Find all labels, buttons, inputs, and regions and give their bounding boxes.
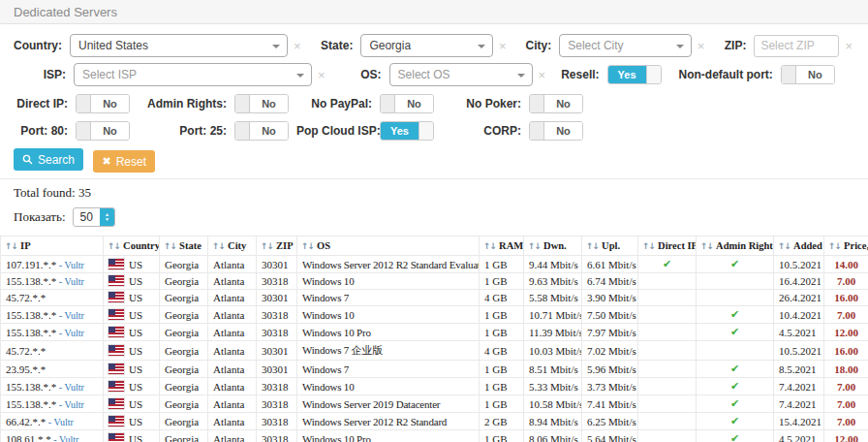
sort-icon: ↑↓ (700, 241, 713, 251)
isp-link[interactable]: - Vultr (51, 434, 79, 442)
ip-cell: 108.61.*.* - Vultr (1, 430, 104, 442)
country-clear-icon[interactable]: × (294, 40, 301, 52)
us-flag-icon (108, 381, 124, 392)
sort-icon: ↑↓ (301, 241, 314, 251)
admin-rights-check-icon: ✔ (730, 363, 739, 375)
isp-link[interactable]: - Vultr (56, 276, 84, 287)
admin-rights-label: Admin Rights: (138, 97, 227, 110)
down-speed-cell: 8.06 Mbit/s (524, 430, 582, 442)
os-cell: Windows 7 (297, 361, 480, 378)
port-25-toggle[interactable]: No (234, 121, 289, 141)
port-80-toggle[interactable]: No (76, 121, 130, 141)
added-date-cell: 15.4.2021 (774, 413, 824, 430)
spinner-down-icon[interactable]: ▼ (105, 217, 109, 222)
table-row: 108.61.*.* - VultrUSGeorgiaAtlanta30318W… (1, 430, 868, 442)
search-button[interactable]: Search (14, 148, 83, 171)
sort-icon: ↑↓ (261, 241, 273, 251)
zip-input[interactable] (754, 35, 839, 57)
no-poker-toggle[interactable]: No (529, 94, 583, 113)
isp-link[interactable]: - Vultr (56, 399, 84, 410)
col-label: State (179, 240, 202, 251)
filter-toggle-grid: Direct IP: No Admin Rights: No No PayPal… (14, 94, 854, 141)
up-speed-cell: 6.25 Mbit/s (582, 413, 638, 430)
toggle-value: No (796, 66, 834, 83)
zip-clear-icon[interactable]: × (845, 40, 852, 52)
os-label: OS: (341, 68, 382, 81)
os-clear-icon[interactable]: × (539, 69, 546, 81)
resell-toggle[interactable]: Yes (607, 65, 662, 84)
per-page-spinner[interactable]: 50 ▲ ▼ (73, 207, 115, 227)
country-cell: US (104, 290, 160, 306)
isp-link[interactable]: - Vultr (56, 328, 84, 338)
price-cell: 16.00 (824, 341, 868, 361)
isp-link[interactable]: - Vultr (56, 260, 84, 270)
ram-cell: 1 GB (480, 361, 524, 378)
direct-ip-toggle[interactable]: No (76, 94, 130, 113)
per-page-row: Показать: 50 ▲ ▼ (14, 207, 854, 227)
col-header-zip[interactable]: ↑↓ZIP (257, 237, 297, 256)
down-speed-cell: 9.44 Mbit/s (524, 256, 582, 273)
direct-ip-cell (638, 430, 697, 442)
col-header-city[interactable]: ↑↓City (208, 237, 257, 256)
corp-toggle[interactable]: No (529, 121, 583, 141)
no-paypal-toggle[interactable]: No (380, 94, 434, 113)
country-cell: US (104, 361, 160, 378)
col-label: RAM (499, 240, 523, 251)
added-date-cell: 10.5.2021 (774, 341, 824, 361)
country-select[interactable]: United States (70, 34, 288, 57)
table-row: 23.95.*.*USGeorgiaAtlanta30301Windows 71… (1, 361, 868, 378)
direct-ip-cell (638, 413, 697, 430)
non-default-port-toggle[interactable]: No (781, 65, 835, 84)
isp-link[interactable]: - Vultr (46, 417, 74, 427)
state-cell: Georgia (160, 256, 208, 273)
ip-address: 155.138.*.* (6, 327, 56, 338)
price-cell: 18.00 (824, 361, 868, 378)
zip-cell: 30318 (257, 273, 297, 290)
state-label: State: (317, 39, 354, 52)
col-header-state[interactable]: ↑↓State (160, 237, 208, 256)
reset-button[interactable]: ✖ Reset (93, 150, 155, 173)
col-header-ip[interactable]: ↑↓IP (1, 237, 104, 256)
isp-link[interactable]: - Vultr (56, 382, 84, 393)
col-header-down[interactable]: ↑↓Dwn. (524, 237, 582, 256)
isp-clear-icon[interactable]: × (318, 69, 326, 81)
col-header-up[interactable]: ↑↓Upl. (582, 237, 638, 256)
city-select[interactable]: Select City (559, 34, 692, 57)
city-cell: Atlanta (208, 395, 257, 413)
state-select[interactable]: Georgia (360, 34, 493, 57)
col-header-os[interactable]: ↑↓OS (297, 237, 480, 256)
col-header-price[interactable]: ↑↓Price, $ (824, 237, 868, 256)
col-header-country[interactable]: ↑↓Country (104, 237, 160, 256)
table-header-row: ↑↓IP ↑↓Country ↑↓State ↑↓City ↑↓ZIP ↑↓OS… (1, 237, 868, 256)
toggle-knob (77, 95, 91, 112)
state-clear-icon[interactable]: × (499, 40, 507, 52)
per-page-stepper[interactable]: ▲ ▼ (100, 208, 114, 226)
col-header-added[interactable]: ↑↓Added (774, 237, 824, 256)
isp-select[interactable]: Select ISP (74, 63, 312, 86)
sort-icon: ↑↓ (108, 241, 120, 251)
sort-icon: ↑↓ (528, 241, 541, 251)
added-date-cell: 10.5.2021 (774, 256, 824, 273)
state-cell: Georgia (160, 361, 208, 378)
os-select[interactable]: Select OS (389, 63, 533, 86)
admin-rights-check-icon: ✔ (730, 415, 739, 427)
admin-rights-toggle[interactable]: No (234, 94, 289, 113)
pop-cloud-isp-toggle[interactable]: Yes (380, 121, 434, 141)
city-clear-icon[interactable]: × (698, 40, 705, 52)
country-code: US (129, 345, 142, 357)
toggle-value: No (544, 122, 582, 140)
col-header-ram[interactable]: ↑↓RAM (480, 237, 524, 256)
admin-rights-check-icon: ✔ (730, 397, 739, 410)
col-header-admin-rights[interactable]: ↑↓Admin Rights (697, 237, 774, 256)
os-cell: Windows 10 (297, 273, 480, 290)
isp-link[interactable]: - Vultr (56, 310, 84, 321)
ip-cell: 45.72.*.* (1, 341, 104, 361)
admin-rights-check-icon: ✔ (730, 380, 739, 393)
added-date-cell: 7.4.2021 (774, 378, 824, 395)
direct-ip-label: Direct IP: (14, 97, 68, 110)
country-code: US (129, 433, 142, 442)
state-cell: Georgia (160, 273, 208, 290)
ram-cell: 4 GB (480, 290, 524, 306)
col-header-direct-ip[interactable]: ↑↓Direct IP (638, 237, 697, 256)
toggle-value: No (91, 122, 129, 140)
